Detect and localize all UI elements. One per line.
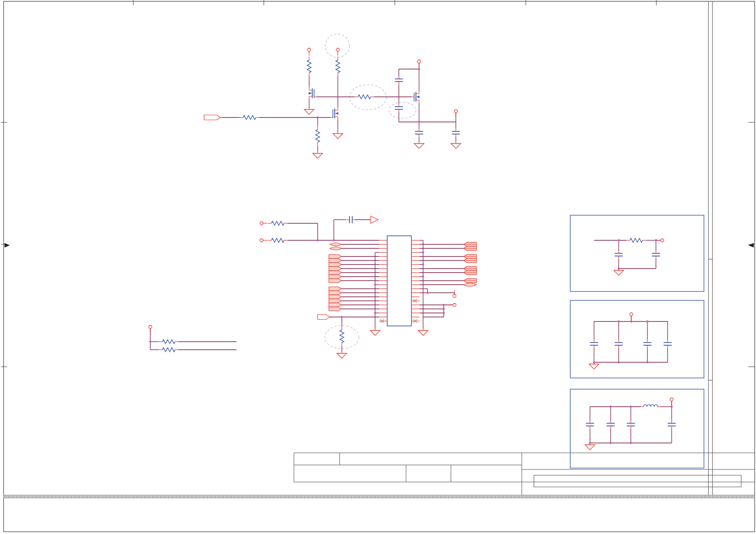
capacitor[interactable] [347,216,355,223]
port-tag[interactable] [329,307,341,311]
pin-terminal[interactable] [260,222,268,225]
junction-dot[interactable] [422,252,424,254]
pin-terminal[interactable] [454,110,458,117]
junction-dot[interactable] [618,321,620,323]
pin-terminal[interactable] [630,313,633,321]
port-tag[interactable] [329,271,341,275]
mosfet[interactable] [309,87,317,100]
port-tag[interactable] [329,279,341,283]
mosfet[interactable] [411,91,420,103]
ground-icon[interactable] [333,132,343,139]
bus-tag[interactable] [463,254,476,258]
junction-dot[interactable] [427,292,429,294]
bus-tag[interactable] [463,278,476,282]
junction-dot[interactable] [418,68,420,70]
dashed-highlight[interactable] [325,34,350,57]
lens-tag[interactable] [330,243,342,246]
pin-terminal[interactable] [670,398,673,406]
port-tag[interactable] [329,267,341,271]
pin-terminal[interactable] [656,239,664,242]
dashed-highlight[interactable] [389,102,416,118]
junction-dot[interactable] [418,121,420,123]
output-tag-icon[interactable] [371,216,378,223]
junction-dot[interactable] [593,361,595,364]
ground-icon[interactable] [418,329,428,335]
junction-dot[interactable] [589,442,591,444]
pin-terminal[interactable] [260,239,268,242]
junction-dot[interactable] [333,239,335,242]
junction-dot[interactable] [317,239,319,242]
junction-dot[interactable] [337,96,339,98]
junction-dot[interactable] [317,117,319,119]
capacitor[interactable] [652,251,660,259]
bus-tag[interactable] [463,242,476,246]
lens-tag[interactable] [330,247,342,250]
junction-dot[interactable] [443,308,445,310]
junction-dot[interactable] [422,276,424,278]
junction-dot[interactable] [149,341,152,343]
pin-terminal[interactable] [449,304,456,307]
pin-terminal[interactable] [149,326,152,333]
pin-terminal[interactable] [453,290,456,298]
pin-terminal[interactable] [308,48,311,56]
capacitor[interactable] [395,76,403,84]
resistor[interactable] [159,340,179,344]
junction-dot[interactable] [671,406,673,408]
port-tag[interactable] [329,255,341,259]
resistor[interactable] [340,326,344,346]
port-tag[interactable] [329,303,341,307]
capacitor[interactable] [607,421,615,429]
capacitor[interactable] [627,421,635,429]
capacitor[interactable] [643,340,651,348]
subcircuit-box[interactable] [570,300,704,378]
port-tag[interactable] [329,299,341,303]
resistor[interactable] [268,221,288,226]
junction-dot[interactable] [341,316,343,318]
ic-body[interactable] [387,236,411,326]
junction-dot[interactable] [630,442,632,444]
junction-dot[interactable] [443,304,445,306]
capacitor[interactable] [415,129,423,137]
junction-dot[interactable] [618,268,620,270]
port-tag[interactable] [329,291,341,295]
capacitor[interactable] [586,421,594,429]
junction-dot[interactable] [618,361,620,364]
mosfet[interactable] [330,107,338,120]
resistor[interactable] [336,56,340,76]
junction-dot[interactable] [374,312,376,314]
junction-dot[interactable] [630,406,632,408]
bus-tag[interactable] [463,246,476,250]
ground-icon[interactable] [414,142,424,148]
resistor[interactable] [626,239,646,243]
signal-tag[interactable] [318,315,330,320]
port-tag[interactable] [329,287,341,291]
resistor[interactable] [159,348,179,352]
port-tag[interactable] [329,275,341,279]
junction-dot[interactable] [630,321,633,323]
resistor[interactable] [240,116,259,120]
junction-dot[interactable] [398,96,400,98]
ground-icon[interactable] [337,352,347,358]
capacitor[interactable] [668,421,676,429]
junction-dot[interactable] [647,321,649,323]
capacitor[interactable] [452,129,460,137]
ground-icon[interactable] [451,142,461,148]
subcircuit-box[interactable] [570,215,704,291]
bus-tag[interactable] [463,270,476,274]
signal-tag[interactable] [204,115,220,120]
subcircuit-box[interactable] [570,389,704,468]
pin-terminal[interactable] [418,60,421,68]
bus-tag[interactable] [463,266,476,270]
junction-dot[interactable] [422,264,424,266]
junction-dot[interactable] [655,239,657,242]
ground-icon[interactable] [370,329,380,335]
capacitor[interactable] [615,251,623,259]
junction-dot[interactable] [610,442,612,444]
resistor[interactable] [354,95,374,99]
port-tag[interactable] [329,263,341,267]
ground-icon[interactable] [313,152,323,158]
resistor[interactable] [307,56,311,76]
junction-dot[interactable] [443,312,445,314]
resistor[interactable] [268,239,288,243]
dashed-highlight[interactable] [350,85,386,110]
